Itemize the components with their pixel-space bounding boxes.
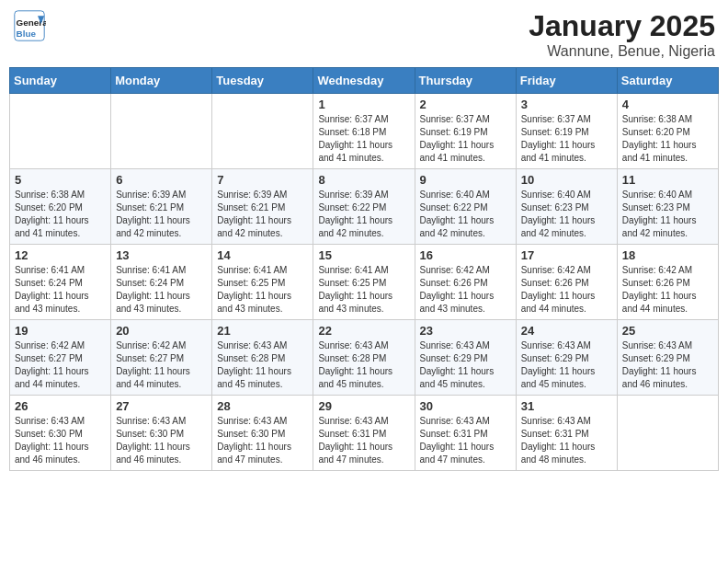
calendar-cell: 28Sunrise: 6:43 AM Sunset: 6:30 PM Dayli… xyxy=(212,396,313,471)
calendar-table: SundayMondayTuesdayWednesdayThursdayFrid… xyxy=(9,67,719,471)
calendar-cell: 15Sunrise: 6:41 AM Sunset: 6:25 PM Dayli… xyxy=(313,245,415,320)
day-of-week-header: Monday xyxy=(111,68,212,94)
day-number: 2 xyxy=(420,98,511,111)
day-info: Sunrise: 6:43 AM Sunset: 6:31 PM Dayligh… xyxy=(318,415,409,466)
calendar-cell: 1Sunrise: 6:37 AM Sunset: 6:18 PM Daylig… xyxy=(313,94,415,169)
day-info: Sunrise: 6:41 AM Sunset: 6:24 PM Dayligh… xyxy=(116,264,207,316)
day-info: Sunrise: 6:38 AM Sunset: 6:20 PM Dayligh… xyxy=(15,189,106,240)
day-number: 23 xyxy=(420,324,511,338)
day-number: 22 xyxy=(318,324,409,338)
day-number: 27 xyxy=(116,399,207,413)
calendar-week-row: 5Sunrise: 6:38 AM Sunset: 6:20 PM Daylig… xyxy=(10,169,719,245)
calendar-header-row: SundayMondayTuesdayWednesdayThursdayFrid… xyxy=(10,68,719,94)
logo: General Blue xyxy=(13,9,50,42)
day-info: Sunrise: 6:42 AM Sunset: 6:26 PM Dayligh… xyxy=(521,264,612,316)
calendar-cell: 4Sunrise: 6:38 AM Sunset: 6:20 PM Daylig… xyxy=(617,94,718,169)
day-of-week-header: Friday xyxy=(516,68,617,94)
svg-text:Blue: Blue xyxy=(17,29,37,39)
day-info: Sunrise: 6:43 AM Sunset: 6:29 PM Dayligh… xyxy=(521,339,612,391)
calendar-cell: 20Sunrise: 6:42 AM Sunset: 6:27 PM Dayli… xyxy=(111,320,212,396)
calendar-cell: 8Sunrise: 6:39 AM Sunset: 6:22 PM Daylig… xyxy=(313,169,415,245)
day-info: Sunrise: 6:39 AM Sunset: 6:22 PM Dayligh… xyxy=(318,189,409,240)
calendar-cell: 24Sunrise: 6:43 AM Sunset: 6:29 PM Dayli… xyxy=(516,320,617,396)
calendar-cell: 2Sunrise: 6:37 AM Sunset: 6:19 PM Daylig… xyxy=(415,94,516,169)
day-number: 8 xyxy=(318,173,409,187)
calendar-week-row: 26Sunrise: 6:43 AM Sunset: 6:30 PM Dayli… xyxy=(10,396,719,471)
calendar-cell xyxy=(212,94,313,169)
day-info: Sunrise: 6:43 AM Sunset: 6:30 PM Dayligh… xyxy=(217,415,308,466)
day-info: Sunrise: 6:42 AM Sunset: 6:26 PM Dayligh… xyxy=(420,264,511,316)
day-number: 12 xyxy=(15,248,106,262)
day-info: Sunrise: 6:37 AM Sunset: 6:18 PM Dayligh… xyxy=(318,113,409,165)
calendar-cell: 25Sunrise: 6:43 AM Sunset: 6:29 PM Dayli… xyxy=(617,320,718,396)
day-info: Sunrise: 6:40 AM Sunset: 6:23 PM Dayligh… xyxy=(622,189,713,240)
day-of-week-header: Saturday xyxy=(617,68,718,94)
day-info: Sunrise: 6:40 AM Sunset: 6:22 PM Dayligh… xyxy=(420,189,511,240)
day-info: Sunrise: 6:37 AM Sunset: 6:19 PM Dayligh… xyxy=(420,113,511,165)
calendar-cell: 22Sunrise: 6:43 AM Sunset: 6:28 PM Dayli… xyxy=(313,320,415,396)
calendar-cell: 12Sunrise: 6:41 AM Sunset: 6:24 PM Dayli… xyxy=(10,245,111,320)
day-number: 14 xyxy=(217,248,308,262)
day-info: Sunrise: 6:41 AM Sunset: 6:25 PM Dayligh… xyxy=(217,264,308,316)
day-info: Sunrise: 6:41 AM Sunset: 6:25 PM Dayligh… xyxy=(318,264,409,316)
calendar-cell xyxy=(111,94,212,169)
day-info: Sunrise: 6:43 AM Sunset: 6:31 PM Dayligh… xyxy=(420,415,511,466)
calendar-cell: 31Sunrise: 6:43 AM Sunset: 6:31 PM Dayli… xyxy=(516,396,617,471)
page-title: January 2025 xyxy=(529,9,715,43)
day-info: Sunrise: 6:43 AM Sunset: 6:29 PM Dayligh… xyxy=(420,339,511,391)
calendar-cell: 3Sunrise: 6:37 AM Sunset: 6:19 PM Daylig… xyxy=(516,94,617,169)
day-info: Sunrise: 6:39 AM Sunset: 6:21 PM Dayligh… xyxy=(217,189,308,240)
calendar-cell: 17Sunrise: 6:42 AM Sunset: 6:26 PM Dayli… xyxy=(516,245,617,320)
day-info: Sunrise: 6:43 AM Sunset: 6:28 PM Dayligh… xyxy=(217,339,308,391)
title-block: January 2025 Wannune, Benue, Nigeria xyxy=(529,9,715,60)
day-number: 18 xyxy=(622,248,713,262)
day-number: 17 xyxy=(521,248,612,262)
day-number: 5 xyxy=(15,173,106,187)
day-info: Sunrise: 6:43 AM Sunset: 6:28 PM Dayligh… xyxy=(318,339,409,391)
day-info: Sunrise: 6:42 AM Sunset: 6:26 PM Dayligh… xyxy=(622,264,713,316)
day-number: 21 xyxy=(217,324,308,338)
calendar-cell: 10Sunrise: 6:40 AM Sunset: 6:23 PM Dayli… xyxy=(516,169,617,245)
day-info: Sunrise: 6:43 AM Sunset: 6:29 PM Dayligh… xyxy=(622,339,713,391)
calendar-cell: 23Sunrise: 6:43 AM Sunset: 6:29 PM Dayli… xyxy=(415,320,516,396)
day-number: 15 xyxy=(318,248,409,262)
day-number: 20 xyxy=(116,324,207,338)
day-number: 24 xyxy=(521,324,612,338)
day-number: 10 xyxy=(521,173,612,187)
calendar-cell: 30Sunrise: 6:43 AM Sunset: 6:31 PM Dayli… xyxy=(415,396,516,471)
calendar-cell: 26Sunrise: 6:43 AM Sunset: 6:30 PM Dayli… xyxy=(10,396,111,471)
calendar-cell xyxy=(617,396,718,471)
day-number: 13 xyxy=(116,248,207,262)
day-number: 7 xyxy=(217,173,308,187)
day-of-week-header: Tuesday xyxy=(212,68,313,94)
day-number: 25 xyxy=(622,324,713,338)
day-number: 3 xyxy=(521,98,612,111)
day-number: 9 xyxy=(420,173,511,187)
calendar-cell: 11Sunrise: 6:40 AM Sunset: 6:23 PM Dayli… xyxy=(617,169,718,245)
page-subtitle: Wannune, Benue, Nigeria xyxy=(529,43,715,60)
page-header: General Blue January 2025 Wannune, Benue… xyxy=(9,9,719,60)
logo-icon: General Blue xyxy=(13,9,46,42)
day-info: Sunrise: 6:37 AM Sunset: 6:19 PM Dayligh… xyxy=(521,113,612,165)
day-info: Sunrise: 6:42 AM Sunset: 6:27 PM Dayligh… xyxy=(116,339,207,391)
day-number: 30 xyxy=(420,399,511,413)
day-info: Sunrise: 6:43 AM Sunset: 6:30 PM Dayligh… xyxy=(15,415,106,466)
day-number: 6 xyxy=(116,173,207,187)
day-number: 16 xyxy=(420,248,511,262)
calendar-cell: 9Sunrise: 6:40 AM Sunset: 6:22 PM Daylig… xyxy=(415,169,516,245)
day-of-week-header: Thursday xyxy=(415,68,516,94)
calendar-cell: 18Sunrise: 6:42 AM Sunset: 6:26 PM Dayli… xyxy=(617,245,718,320)
calendar-cell: 16Sunrise: 6:42 AM Sunset: 6:26 PM Dayli… xyxy=(415,245,516,320)
day-of-week-header: Wednesday xyxy=(313,68,415,94)
calendar-cell: 13Sunrise: 6:41 AM Sunset: 6:24 PM Dayli… xyxy=(111,245,212,320)
calendar-cell: 7Sunrise: 6:39 AM Sunset: 6:21 PM Daylig… xyxy=(212,169,313,245)
day-info: Sunrise: 6:41 AM Sunset: 6:24 PM Dayligh… xyxy=(15,264,106,316)
calendar-week-row: 1Sunrise: 6:37 AM Sunset: 6:18 PM Daylig… xyxy=(10,94,719,169)
day-number: 28 xyxy=(217,399,308,413)
calendar-cell: 6Sunrise: 6:39 AM Sunset: 6:21 PM Daylig… xyxy=(111,169,212,245)
calendar-cell: 27Sunrise: 6:43 AM Sunset: 6:30 PM Dayli… xyxy=(111,396,212,471)
day-of-week-header: Sunday xyxy=(10,68,111,94)
day-number: 1 xyxy=(318,98,409,111)
day-info: Sunrise: 6:39 AM Sunset: 6:21 PM Dayligh… xyxy=(116,189,207,240)
day-number: 29 xyxy=(318,399,409,413)
